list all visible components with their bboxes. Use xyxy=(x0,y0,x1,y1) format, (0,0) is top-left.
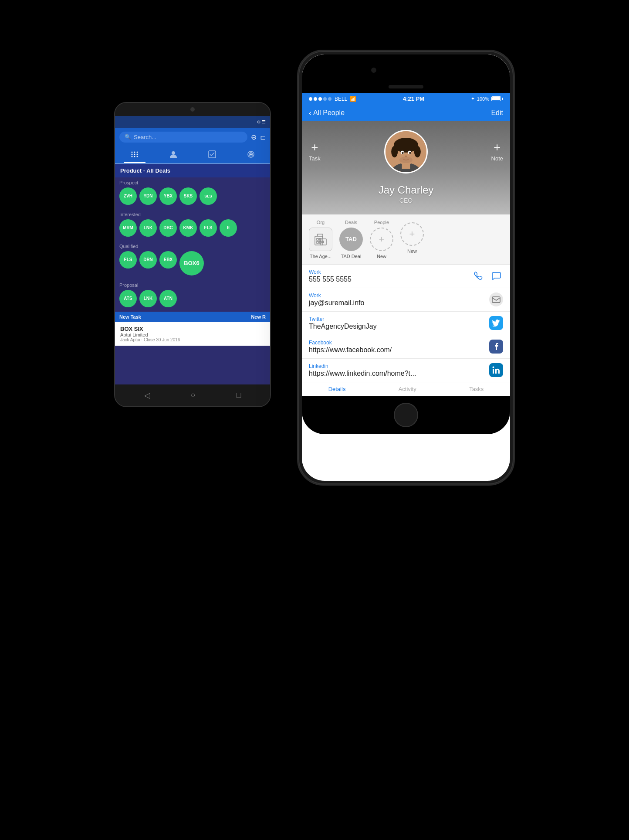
back-nav-button[interactable]: ◁ xyxy=(144,391,150,400)
battery-tip xyxy=(502,98,503,100)
qualified-label: Qualified xyxy=(119,244,266,249)
chip-fls[interactable]: FLS xyxy=(200,219,217,237)
proposal-chips: ATS LNK ATN xyxy=(119,290,266,307)
twitter-label: Twitter xyxy=(309,316,489,322)
org-icon[interactable] xyxy=(309,228,332,251)
plus-icon-right: + xyxy=(494,141,500,153)
add-note-button[interactable]: + Note xyxy=(491,141,503,162)
power-button[interactable] xyxy=(514,147,515,177)
section-prospect: Prospect ZVH YDN YBX SKS SLS xyxy=(115,177,270,209)
signal-dot-5 xyxy=(328,97,331,101)
chip-ydn[interactable]: YDN xyxy=(139,187,157,205)
android-header-actions: ⊖ ⊏ xyxy=(251,133,266,141)
battery-body xyxy=(491,96,501,101)
linkedin-row: Linkedin https://www.linkedin.com/home?t… xyxy=(302,359,510,382)
chip-ats[interactable]: ATS xyxy=(119,290,137,307)
ios-phone: BELL 📶 4:21 PM ✦ 100% xyxy=(297,50,515,486)
people-column-1: People + New xyxy=(370,220,393,259)
volume-down-button[interactable] xyxy=(297,164,298,186)
new-task-button[interactable]: New Task xyxy=(119,314,141,320)
prospect-label: Prospect xyxy=(119,180,266,185)
work-phone-value[interactable]: 555 555 5555 xyxy=(309,275,471,283)
android-status-text: ⊖ ☰ xyxy=(257,119,266,124)
mute-button[interactable] xyxy=(297,121,298,133)
chip-ebx[interactable]: EBX xyxy=(159,251,177,269)
tab-details[interactable]: Details xyxy=(328,386,346,392)
org-section-label: Org xyxy=(317,220,325,225)
new-person-icon-2[interactable]: + xyxy=(400,222,424,246)
signal-dot-1 xyxy=(309,97,312,101)
chip-drn[interactable]: DRN xyxy=(139,251,157,269)
svg-point-0 xyxy=(131,151,132,153)
task-label: Task xyxy=(309,155,321,162)
work-phone-content: Work 555 555 5555 xyxy=(309,269,471,283)
svg-point-19 xyxy=(391,146,398,157)
volume-up-button[interactable] xyxy=(297,138,298,160)
work-email-row: Work jay@suremail.info xyxy=(302,288,510,312)
tab-tasks-label: Tasks xyxy=(469,386,484,392)
deal-meta: Jack Aptui · Close 30 Jun 2016 xyxy=(120,337,265,342)
chip-mrm[interactable]: MRM xyxy=(119,219,137,237)
chip-lnk2[interactable]: LNK xyxy=(139,290,157,307)
minus-icon: ⊖ xyxy=(251,133,257,141)
contact-job-title: CEO xyxy=(399,197,413,204)
twitter-button[interactable] xyxy=(489,316,503,330)
front-camera xyxy=(371,68,376,73)
android-tab-person[interactable] xyxy=(162,149,184,163)
back-chevron-icon: ‹ xyxy=(309,109,311,118)
edit-button[interactable]: Edit xyxy=(491,109,503,117)
svg-point-26 xyxy=(399,156,413,163)
add-task-button[interactable]: + Task xyxy=(309,141,321,162)
chip-e[interactable]: E xyxy=(220,219,237,237)
ios-related-section: Org xyxy=(302,214,510,265)
work-email-value[interactable]: jay@suremail.info xyxy=(309,299,489,307)
chip-kmk[interactable]: KMK xyxy=(179,219,197,237)
tab-tasks[interactable]: Tasks xyxy=(469,386,484,392)
facebook-button[interactable] xyxy=(489,340,503,354)
time-display: 4:21 PM xyxy=(403,95,424,102)
home-button[interactable] xyxy=(394,403,418,427)
linkedin-value[interactable]: https://www.linkedin.com/home?t... xyxy=(309,370,489,377)
chip-ybx[interactable]: YBX xyxy=(159,187,177,205)
android-tab-filter[interactable] xyxy=(124,149,145,163)
facebook-label: Facebook xyxy=(309,340,489,346)
tab-activity[interactable]: Activity xyxy=(399,386,416,392)
bluetooth-icon: ✦ xyxy=(471,96,475,102)
recents-nav-button[interactable]: □ xyxy=(236,391,241,400)
facebook-value[interactable]: https://www.facebook.com/ xyxy=(309,346,489,354)
ios-screen: BELL 📶 4:21 PM ✦ 100% xyxy=(302,54,510,481)
chip-zvh[interactable]: ZVH xyxy=(119,187,137,205)
chip-sks[interactable]: SKS xyxy=(179,187,197,205)
chip-dbc[interactable]: DBC xyxy=(159,219,177,237)
work-email-content: Work jay@suremail.info xyxy=(309,292,489,307)
svg-rect-31 xyxy=(317,241,318,243)
chip-lnk[interactable]: LNK xyxy=(139,219,157,237)
svg-point-20 xyxy=(414,146,420,157)
android-tab-check[interactable] xyxy=(201,149,223,163)
back-button[interactable]: ‹ All People xyxy=(309,109,345,118)
deal-card[interactable]: BOX SIX Aptui Limited Jack Aptui · Close… xyxy=(115,322,270,346)
chip-box6[interactable]: BOX6 xyxy=(179,251,204,275)
email-button[interactable] xyxy=(489,292,503,306)
home-nav-button[interactable]: ○ xyxy=(191,391,196,400)
new-person-icon-1[interactable]: + xyxy=(370,228,393,251)
linkedin-button[interactable] xyxy=(489,363,503,377)
tad-deal-icon[interactable]: TAD xyxy=(339,228,363,251)
twitter-value[interactable]: TheAgencyDesignJay xyxy=(309,323,489,330)
chip-fls2[interactable]: FLS xyxy=(119,251,137,269)
battery-fill xyxy=(492,97,500,100)
wifi-icon: 📶 xyxy=(350,96,356,102)
android-search-bar[interactable]: 🔍 Search... xyxy=(119,132,247,143)
message-button[interactable] xyxy=(489,269,503,283)
chip-atn[interactable]: ATN xyxy=(159,290,177,307)
plus-icon-left: + xyxy=(311,141,318,153)
android-tab-target[interactable] xyxy=(240,149,262,163)
ios-profile-section: + Task xyxy=(302,121,510,214)
linkedin-label: Linkedin xyxy=(309,363,489,369)
android-list-header: Product - All Deals xyxy=(115,164,270,177)
work-phone-row: Work 555 555 5555 xyxy=(302,265,510,288)
call-button[interactable] xyxy=(471,269,485,283)
qualified-chips: FLS DRN EBX BOX6 xyxy=(119,251,266,275)
new-record-button[interactable]: New R xyxy=(251,314,266,320)
chip-sls[interactable]: SLS xyxy=(200,187,217,205)
